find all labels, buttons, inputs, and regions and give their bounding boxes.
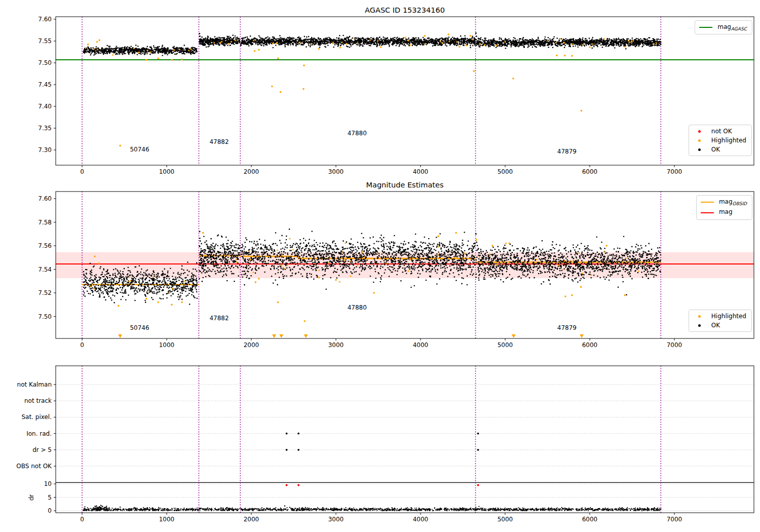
y-tick-label: 7.55 <box>38 37 52 45</box>
x-tick-label: 6000 <box>582 516 598 523</box>
x-tick-label: 7000 <box>667 516 682 523</box>
y-tick-label: 7.50 <box>38 59 52 66</box>
obsid-label: 47880 <box>348 304 367 311</box>
legend-item-not-ok: not OK <box>693 128 746 135</box>
x-tick-label: 6000 <box>582 341 598 349</box>
flag-gridlines <box>56 385 754 511</box>
y-tick-label: 7.50 <box>38 313 52 320</box>
legend-label: mag <box>719 208 733 216</box>
y-tick-label: 7.52 <box>38 289 52 296</box>
x-tick-label: 4000 <box>413 516 429 523</box>
plot-title-top: AGASC ID 153234160 <box>56 6 754 14</box>
legend-item-mag-agasc: magAGASC <box>699 23 747 31</box>
dot-swatch <box>693 324 706 327</box>
dot-swatch <box>693 139 706 142</box>
x-axis-ticks: 01000200030004000500060007000 <box>80 513 682 523</box>
flag-category-label: dr > 5 <box>32 446 52 453</box>
x-tick-label: 5000 <box>498 168 513 175</box>
line-swatch <box>701 212 714 213</box>
dr-axis-label: dr <box>28 495 35 501</box>
dot-swatch <box>693 130 706 133</box>
legend-label: OK <box>711 322 720 329</box>
x-axis-ticks: 01000200030004000500060007000 <box>80 165 682 175</box>
x-tick-label: 0 <box>80 516 84 523</box>
legend-label: magAGASC <box>717 23 747 31</box>
x-tick-label: 1000 <box>159 168 175 175</box>
x-tick-label: 2000 <box>244 516 259 523</box>
x-tick-label: 0 <box>80 168 84 175</box>
legend-item-mag: mag <box>701 208 747 216</box>
legend-label: Highlighted <box>711 137 746 144</box>
x-tick-label: 3000 <box>328 341 344 349</box>
legend-item-highlighted: Highlighted <box>693 313 746 320</box>
x-tick-label: 7000 <box>667 341 682 349</box>
flag-category-label: Sat. pixel. <box>21 413 52 421</box>
dr-tick-label: 0 <box>48 507 52 514</box>
clipped-low-markers <box>118 334 584 338</box>
legend-label: OK <box>711 146 720 153</box>
x-tick-label: 1000 <box>159 341 175 349</box>
x-tick-label: 2000 <box>244 168 259 175</box>
dr-over-limit-point <box>477 484 479 486</box>
figure: 5074647882478804787901000200030004000500… <box>0 0 760 532</box>
y-axis-ticks: 7.307.357.407.457.507.557.60 <box>38 16 56 154</box>
x-tick-label: 4000 <box>413 341 429 349</box>
y-tick-label: 7.60 <box>38 16 52 23</box>
obsid-label: 47879 <box>557 148 577 155</box>
y-tick-label: 7.54 <box>38 266 52 273</box>
dot-swatch <box>693 315 706 318</box>
y-tick-label: 7.45 <box>38 81 52 88</box>
legend-item-highlighted: Highlighted <box>693 137 746 144</box>
obsid-label: 50746 <box>130 146 149 153</box>
x-tick-label: 3000 <box>328 516 344 523</box>
obsid-labels: 50746478824788047879 <box>130 304 577 331</box>
dr-tick-label: 10 <box>44 480 52 487</box>
flag-category-labels: not Kalmannot trackSat. pixel.Ion. rad.d… <box>16 381 56 514</box>
plot-title-middle: Magnitude Estimates <box>56 181 754 189</box>
dr-scatter-layer <box>83 505 661 511</box>
y-tick-label: 7.35 <box>38 125 52 132</box>
flag-category-label: not Kalman <box>17 381 52 388</box>
axes-spine <box>56 366 754 513</box>
flag-category-label: not track <box>24 397 52 404</box>
legend-item-mag-obsid: magOBSID <box>701 198 747 206</box>
legend-item-ok: OK <box>693 322 746 329</box>
x-tick-label: 5000 <box>498 516 513 523</box>
scatter-layer-top <box>83 32 662 146</box>
x-tick-label: 5000 <box>498 341 513 349</box>
y-tick-label: 7.30 <box>38 146 52 154</box>
y-tick-label: 7.56 <box>38 242 52 249</box>
x-tick-label: 4000 <box>413 168 429 175</box>
x-tick-label: 6000 <box>582 168 598 175</box>
legend-label: magOBSID <box>719 198 747 206</box>
legend-mag-agasc: magAGASC <box>695 20 752 34</box>
figure-canvas: 5074647882478804787901000200030004000500… <box>0 0 760 532</box>
dot-swatch <box>693 148 706 151</box>
x-axis-ticks: 01000200030004000500060007000 <box>80 338 682 349</box>
x-tick-label: 0 <box>80 341 84 349</box>
obsid-label: 47882 <box>209 315 229 322</box>
y-tick-label: 7.60 <box>38 195 52 202</box>
line-swatch <box>699 27 712 28</box>
y-axis-ticks: 7.507.527.547.567.587.60 <box>38 195 56 320</box>
x-tick-label: 7000 <box>667 168 682 175</box>
obsid-label: 47882 <box>209 138 229 145</box>
legend-label: Highlighted <box>711 313 746 320</box>
obsid-vlines <box>82 366 661 513</box>
flag-category-label: Ion. rad. <box>26 430 52 437</box>
x-tick-label: 3000 <box>328 168 344 175</box>
obsid-label: 47879 <box>557 324 577 331</box>
obsid-label: 50746 <box>130 324 149 331</box>
legend-item-ok: OK <box>693 146 746 153</box>
line-swatch <box>701 202 714 203</box>
obsid-labels: 50746478824788047879 <box>130 130 577 155</box>
x-tick-label: 1000 <box>159 516 175 523</box>
y-tick-label: 7.58 <box>38 219 52 226</box>
axes-spine <box>56 17 754 165</box>
legend-top-markers: not OK Highlighted OK <box>689 125 752 156</box>
legend-mag-obsid: magOBSID mag <box>696 195 752 220</box>
legend-middle-markers: Highlighted OK <box>689 310 752 332</box>
dr-tick-label: 5 <box>48 494 52 501</box>
obsid-label: 47880 <box>348 130 367 137</box>
flag-category-label: OBS not OK <box>16 463 52 470</box>
